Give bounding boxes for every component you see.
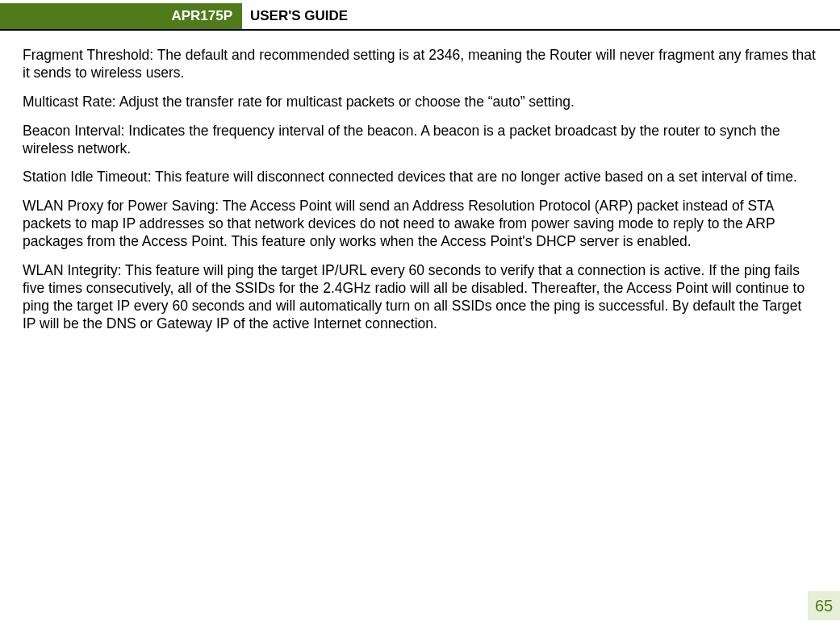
paragraph-wlan-integrity: WLAN Integrity: This feature will ping t… bbox=[23, 262, 817, 333]
header-bar: APR175P USER'S GUIDE bbox=[0, 3, 840, 31]
paragraph-multicast-rate: Multicast Rate: Adjust the transfer rate… bbox=[23, 94, 817, 111]
paragraph-fragment-threshold: Fragment Threshold: The default and reco… bbox=[23, 47, 817, 82]
header-title: USER'S GUIDE bbox=[242, 3, 348, 29]
paragraph-beacon-interval: Beacon Interval: Indicates the frequency… bbox=[23, 123, 817, 158]
paragraph-wlan-proxy: WLAN Proxy for Power Saving: The Access … bbox=[23, 198, 817, 251]
paragraph-station-idle-timeout: Station Idle Timeout: This feature will … bbox=[23, 169, 817, 186]
header-model: APR175P bbox=[0, 3, 242, 29]
page-number: 65 bbox=[808, 591, 840, 620]
document-content: Fragment Threshold: The default and reco… bbox=[0, 31, 840, 332]
